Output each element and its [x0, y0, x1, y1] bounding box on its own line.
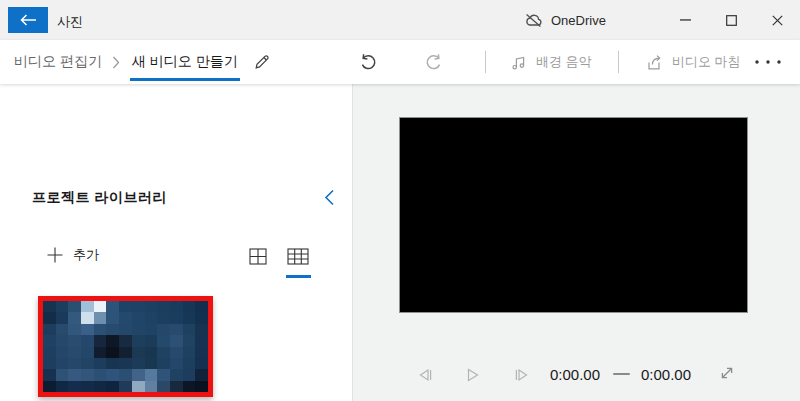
background-music-button[interactable]: 배경 음악 [510, 40, 592, 84]
minimize-icon [680, 19, 691, 21]
toolbar-divider [618, 51, 619, 73]
rename-button[interactable] [253, 53, 271, 71]
titlebar: 사진 OneDrive [0, 0, 800, 40]
collapse-panel-button[interactable] [324, 189, 335, 206]
finish-video-label: 비디오 마침 [672, 53, 741, 71]
fullscreen-button[interactable] [719, 365, 735, 381]
redo-icon [424, 52, 444, 72]
grid-large-icon [249, 248, 267, 265]
maximize-icon [726, 15, 737, 26]
total-duration: 0:00.00 [641, 366, 691, 383]
duration-dash-icon [613, 373, 630, 375]
small-thumbnails-view-button[interactable] [287, 248, 309, 265]
onedrive-cloud-icon [524, 13, 543, 28]
rename-pencil-icon [253, 53, 271, 71]
undo-icon [358, 52, 378, 72]
window-controls [662, 0, 800, 40]
breadcrumb-chevron-icon [112, 56, 120, 69]
video-preview[interactable] [399, 117, 748, 313]
thumbnail-image [43, 301, 208, 392]
toolbar: 비디오 편집기 새 비디오 만들기 [0, 40, 800, 84]
project-library-panel: 프로젝트 라이브러리 추가 [0, 84, 353, 401]
breadcrumb-current-project[interactable]: 새 비디오 만들기 [130, 53, 240, 71]
maximize-button[interactable] [708, 0, 754, 40]
back-button[interactable] [8, 7, 48, 33]
prev-frame-icon [417, 367, 434, 383]
add-plus-icon [47, 247, 63, 263]
music-note-icon [510, 54, 527, 71]
current-time: 0:00.00 [550, 366, 600, 383]
close-button[interactable] [754, 0, 800, 40]
selected-view-underline [286, 275, 311, 278]
add-media-label: 추가 [73, 246, 99, 264]
undo-button[interactable] [358, 52, 378, 72]
breadcrumb: 비디오 편집기 새 비디오 만들기 [14, 40, 240, 84]
background-music-label: 배경 음악 [536, 53, 592, 71]
add-media-button[interactable]: 추가 [47, 245, 99, 265]
onedrive-label: OneDrive [551, 13, 606, 28]
more-options-button[interactable] [753, 59, 783, 65]
preview-panel: 0:00.00 0:00.00 [353, 84, 800, 401]
finish-video-button[interactable]: 비디오 마침 [645, 40, 741, 84]
play-button[interactable] [465, 367, 480, 383]
breadcrumb-video-editor[interactable]: 비디오 편집기 [14, 53, 102, 71]
previous-frame-button[interactable] [417, 367, 434, 383]
share-icon [645, 54, 663, 71]
onedrive-status-button[interactable]: OneDrive [524, 9, 606, 31]
play-icon [465, 367, 480, 383]
app-title: 사진 [57, 13, 83, 31]
large-thumbnails-view-button[interactable] [249, 248, 267, 265]
fullscreen-icon [719, 365, 735, 381]
back-icon [20, 14, 37, 26]
minimize-button[interactable] [662, 0, 708, 40]
next-frame-button[interactable] [513, 367, 530, 383]
library-thumbnail-selected[interactable] [38, 296, 213, 397]
more-icon [753, 59, 783, 65]
grid-small-icon [287, 248, 309, 265]
toolbar-divider [485, 51, 486, 73]
redo-button[interactable] [424, 52, 444, 72]
close-icon [772, 15, 783, 26]
project-library-title: 프로젝트 라이브러리 [32, 189, 167, 207]
next-frame-icon [513, 367, 530, 383]
collapse-chevron-icon [324, 189, 335, 206]
